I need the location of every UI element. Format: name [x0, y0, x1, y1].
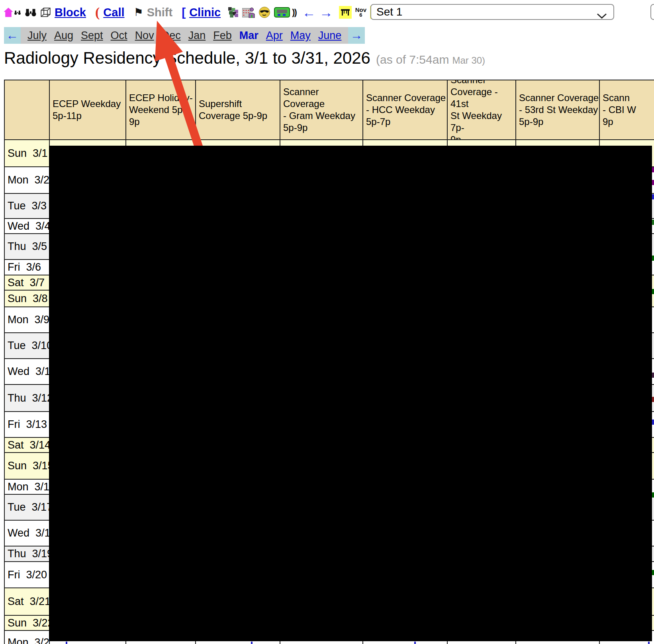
date-label: 3/14: [30, 439, 50, 451]
date-cell: Sun3/8: [4, 290, 50, 307]
schedule-set-select[interactable]: Set 1: [370, 4, 614, 20]
mosaic-icon[interactable]: [228, 7, 239, 18]
month-june[interactable]: June: [318, 29, 342, 42]
chevron-down-icon: [597, 9, 607, 22]
text-fragment: [652, 256, 654, 261]
date-cell: Tue3/10: [4, 332, 50, 359]
date-cell: Mon3/23: [4, 630, 50, 644]
date-cell: Thu3/5: [4, 233, 50, 260]
day-label: Mon: [8, 636, 29, 644]
date-cell: Sun3/1: [4, 139, 50, 167]
month-apr[interactable]: Apr: [266, 29, 283, 42]
column-header: Scanner Coverage - 53rd St Weekday 5p-9p: [515, 80, 600, 140]
mini-binoculars-icon[interactable]: [14, 10, 21, 15]
column-header: Scanner Coverage - Gram Weekday 5p-9p: [280, 80, 363, 140]
day-label: Tue: [8, 340, 26, 352]
day-label: Wed: [8, 365, 29, 378]
month-nav: ← JulyAugSeptOctNovDecJanFebMarAprMayJun…: [4, 27, 365, 44]
text-fragment: [652, 289, 654, 294]
date-cell: Sun3/15: [4, 452, 50, 480]
date-label: 3/9: [35, 314, 50, 326]
day-label: Sat: [8, 277, 24, 289]
month-jan[interactable]: Jan: [188, 29, 206, 42]
date-label: 3/23: [35, 636, 50, 644]
column-header: Scann - CBI W 9p: [599, 80, 654, 140]
edge-select-fragment[interactable]: [650, 4, 654, 20]
text-fragment: [652, 420, 654, 425]
date-jump-icon[interactable]: Nov6: [355, 8, 366, 17]
text-fragment: [652, 492, 654, 498]
date-label: 3/16: [35, 481, 50, 493]
date-label: 3/4: [35, 220, 50, 232]
text-fragment: [652, 570, 654, 575]
date-cell: Sun3/22: [4, 615, 50, 631]
shift-flag-icon[interactable]: ⚑: [134, 7, 143, 18]
month-feb[interactable]: Feb: [213, 29, 232, 42]
block-link[interactable]: Block: [55, 6, 86, 19]
staff-grid-icon[interactable]: [242, 7, 255, 18]
day-label: Fri: [8, 418, 20, 431]
back-arrow-icon[interactable]: ←: [302, 6, 316, 19]
pager-sound-label: )): [292, 7, 296, 18]
text-fragment: [652, 180, 654, 185]
date-cell: Mon3/2: [4, 166, 50, 194]
month-mar: Mar: [239, 29, 258, 42]
date-label: 3/21: [30, 595, 50, 608]
month-nov[interactable]: Nov: [135, 29, 154, 42]
page-title: Radiology Residency Schedule, 3/1 to 3/3…: [4, 49, 485, 68]
day-label: Sun: [8, 460, 27, 472]
page: Block ( Call ⚑ Shift [ Clinic )) ← → Nov…: [0, 0, 654, 644]
month-july[interactable]: July: [27, 29, 47, 42]
date-label: 3/19: [32, 548, 50, 560]
forward-arrow-icon[interactable]: →: [319, 6, 333, 19]
call-paren-icon[interactable]: (: [95, 6, 100, 19]
day-label: Sat: [8, 439, 24, 451]
date-cell: Tue3/3: [4, 193, 50, 219]
text-fragment: [652, 167, 654, 172]
month-sept[interactable]: Sept: [81, 29, 103, 42]
date-label: 3/10: [32, 340, 50, 352]
redaction-box: [49, 146, 652, 641]
sunglasses-smiley-icon[interactable]: [258, 6, 270, 18]
date-label: 3/15: [33, 460, 50, 472]
month-may[interactable]: May: [290, 29, 311, 42]
prev-year-button[interactable]: ←: [4, 27, 21, 44]
date-cell: Sat3/21: [4, 587, 50, 616]
clinic-bracket-icon[interactable]: [: [182, 6, 186, 18]
as-of-date: Mar 30): [452, 55, 485, 66]
text-fragment: [648, 642, 650, 644]
home-icon[interactable]: [3, 7, 14, 18]
day-label: Tue: [8, 501, 26, 513]
pager-icon[interactable]: [274, 7, 290, 18]
day-label: Thu: [8, 548, 26, 560]
day-label: Mon: [8, 174, 29, 186]
month-oct[interactable]: Oct: [111, 29, 127, 42]
clinic-link[interactable]: Clinic: [189, 6, 221, 19]
binoculars-icon[interactable]: [25, 8, 37, 17]
date-label: 3/3: [32, 200, 47, 212]
text-fragment: [414, 642, 416, 644]
day-label: Thu: [8, 392, 26, 404]
date-cell: Wed3/18: [4, 520, 50, 546]
text-fragment: [652, 397, 654, 402]
day-label: Mon: [8, 314, 29, 326]
column-header: Scanner Coverage - 41st St Weekday 7p- 9…: [447, 80, 516, 140]
call-link[interactable]: Call: [103, 6, 124, 19]
date-label: 3/5: [32, 240, 47, 253]
text-fragment: [66, 642, 67, 644]
next-year-button[interactable]: →: [348, 27, 365, 44]
text-fragment: [251, 642, 253, 644]
date-label: 3/17: [32, 501, 50, 513]
date-cell: Mon3/9: [4, 306, 50, 333]
month-dec[interactable]: Dec: [162, 29, 181, 42]
right-arrow-icon: →: [350, 28, 363, 43]
date-cell: Fri3/13: [4, 411, 50, 438]
day-label: Sun: [8, 147, 27, 160]
block-cube-icon[interactable]: [40, 7, 51, 18]
table-view-icon[interactable]: [339, 6, 352, 19]
date-cell: Fri3/6: [4, 259, 50, 275]
text-fragment: [652, 194, 654, 199]
month-aug[interactable]: Aug: [54, 29, 73, 42]
date-label: 3/18: [35, 527, 50, 539]
date-label: 3/20: [26, 569, 47, 581]
